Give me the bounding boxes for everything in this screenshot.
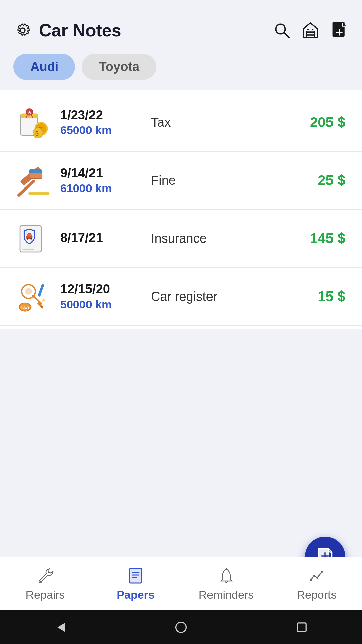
tab-toyota[interactable]: Toyota — [82, 54, 156, 80]
record-amount: 205 $ — [285, 114, 345, 130]
gear-icon[interactable] — [13, 21, 32, 40]
tax-icon: $ $ ★ — [17, 106, 50, 139]
garage-icon[interactable] — [301, 21, 320, 40]
record-meta: 8/17/21 — [60, 231, 134, 247]
header-icons — [272, 21, 349, 40]
record-meta: 12/15/20 50000 km — [60, 282, 134, 311]
nav-reminders[interactable]: Reminders — [181, 557, 272, 610]
svg-rect-46 — [130, 568, 142, 583]
record-item[interactable]: KEY 12/15/20 50000 km Car register 15 $ — [0, 268, 362, 326]
record-date: 12/15/20 — [60, 282, 134, 297]
record-type: Car register — [144, 289, 275, 304]
bottom-nav: Repairs Papers Reminders — [0, 557, 362, 610]
svg-rect-40 — [38, 284, 44, 297]
record-type: Insurance — [144, 231, 275, 246]
recents-button[interactable] — [294, 620, 309, 635]
record-meta: 1/23/22 65000 km — [60, 108, 134, 137]
svg-text:KEY: KEY — [21, 305, 30, 310]
record-km: 65000 km — [60, 124, 134, 137]
nav-reports[interactable]: Reports — [272, 557, 362, 610]
app-title: Car Notes — [39, 20, 121, 40]
record-km: 50000 km — [60, 298, 134, 311]
car-tabs: Audi Toyota — [0, 47, 362, 90]
chart-icon — [307, 566, 326, 585]
svg-line-1 — [284, 33, 289, 38]
svg-rect-58 — [297, 623, 306, 632]
record-meta: 9/14/21 61000 km — [60, 166, 134, 195]
nav-repairs-label: Repairs — [25, 588, 65, 601]
nav-repairs[interactable]: Repairs — [0, 557, 90, 610]
svg-line-35 — [33, 296, 41, 304]
records-list: $ $ ★ 1/23/22 65000 km Tax 205 $ — [0, 90, 362, 329]
nav-reminders-label: Reminders — [199, 588, 254, 601]
svg-rect-26 — [28, 192, 50, 195]
header: Car Notes — [0, 0, 362, 47]
fine-icon — [17, 164, 50, 197]
insurance-icon — [17, 222, 50, 255]
svg-point-6 — [307, 29, 309, 30]
record-amount: 25 $ — [285, 172, 345, 189]
search-icon[interactable] — [272, 21, 291, 40]
car-register-icon: KEY — [17, 280, 50, 313]
record-date: 8/17/21 — [60, 231, 134, 245]
record-type: Fine — [144, 173, 275, 188]
svg-marker-56 — [57, 623, 65, 632]
svg-point-34 — [25, 288, 32, 295]
record-km: 61000 km — [60, 182, 134, 195]
svg-point-30 — [30, 238, 32, 240]
record-amount: 15 $ — [285, 288, 345, 305]
svg-marker-41 — [42, 298, 45, 302]
svg-rect-24 — [29, 170, 42, 173]
record-item[interactable]: 8/17/21 Insurance 145 $ — [0, 210, 362, 268]
svg-point-53 — [313, 575, 315, 577]
record-type: Tax — [144, 115, 275, 130]
record-amount: 145 $ — [285, 230, 345, 247]
bell-icon — [217, 566, 236, 585]
svg-text:$: $ — [35, 130, 39, 137]
svg-point-55 — [321, 571, 323, 573]
svg-point-29 — [27, 238, 28, 240]
svg-point-54 — [316, 577, 318, 579]
tab-audi[interactable]: Audi — [13, 54, 75, 80]
header-left: Car Notes — [13, 20, 121, 40]
record-date: 1/23/22 — [60, 108, 134, 122]
record-date: 9/14/21 — [60, 166, 134, 180]
svg-text:★: ★ — [28, 110, 32, 114]
wrench-icon — [36, 566, 55, 585]
papers-icon — [126, 566, 145, 585]
svg-point-52 — [310, 579, 312, 581]
back-button[interactable] — [53, 620, 68, 635]
nav-papers-label: Papers — [117, 588, 155, 601]
android-nav — [0, 610, 362, 644]
nav-papers[interactable]: Papers — [90, 557, 181, 610]
record-item[interactable]: $ $ ★ 1/23/22 65000 km Tax 205 $ — [0, 94, 362, 152]
nav-reports-label: Reports — [297, 588, 337, 601]
home-button[interactable] — [174, 620, 188, 635]
add-document-icon[interactable] — [330, 21, 349, 40]
record-item[interactable]: 9/14/21 61000 km Fine 25 $ — [0, 152, 362, 210]
svg-point-7 — [312, 29, 314, 30]
svg-point-57 — [176, 622, 186, 633]
